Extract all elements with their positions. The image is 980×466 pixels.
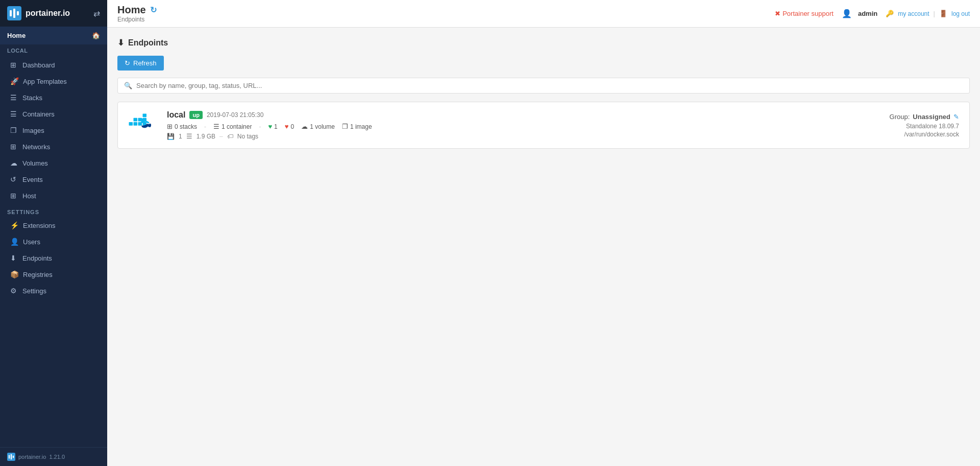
registries-label: Registries — [23, 271, 53, 278]
images-stat-icon: ❐ — [342, 123, 348, 130]
my-account-link[interactable]: my account — [898, 10, 929, 17]
endpoint-date: 2019-07-03 21:05:30 — [207, 111, 263, 119]
stacks-label: Stacks — [22, 94, 42, 102]
search-bar: 🔍 — [117, 78, 970, 94]
endpoint-left: local up 2019-07-03 21:05:30 ⊞ 0 stacks … — [128, 110, 372, 140]
portainer-support-link[interactable]: ✖ Portainer support — [775, 10, 834, 17]
endpoint-stats: ⊞ 0 stacks - ☰ 1 container - ♥ 1 — [167, 123, 372, 130]
endpoints-section-title: Endpoints — [128, 38, 168, 48]
content-section-header: ⬇ Endpoints — [117, 38, 970, 48]
user-section: 👤 admin — [842, 9, 877, 18]
volumes-stat-icon: ☁ — [301, 123, 308, 130]
sidebar-item-dashboard[interactable]: ⊞ Dashboard — [0, 57, 107, 73]
user-links: 🔑 my account | 🚪 log out — [886, 10, 970, 17]
topbar-right: ✖ Portainer support 👤 admin 🔑 my account… — [775, 9, 970, 18]
search-icon: 🔍 — [124, 82, 132, 89]
sidebar-item-registries[interactable]: 📦 Registries — [0, 266, 107, 283]
endpoint-name: local — [167, 110, 185, 120]
docker-logo — [128, 112, 159, 138]
registries-icon: 📦 — [10, 270, 19, 278]
disk-size: 1.9 GB — [197, 133, 215, 140]
endpoint-right: Group: Unassigned ✎ Standalone 18.09.7 /… — [890, 113, 959, 138]
refresh-btn-icon: ↻ — [125, 59, 130, 67]
settings-label: Settings — [22, 287, 46, 295]
support-label: Portainer support — [782, 10, 834, 17]
disk-icon: 💾 — [167, 133, 175, 140]
svg-rect-2 — [13, 9, 15, 18]
app-templates-icon: 🚀 — [10, 77, 19, 85]
images-label: Images — [22, 127, 44, 134]
portainer-brand-name: portainer.io — [26, 9, 70, 18]
settings-section-header: SETTINGS — [0, 204, 107, 217]
home-label: Home — [7, 32, 26, 39]
search-input[interactable] — [136, 82, 963, 89]
containers-count: 1 container — [222, 123, 252, 130]
svg-rect-5 — [9, 455, 10, 459]
group-edit-icon[interactable]: ✎ — [953, 113, 959, 121]
events-icon: ↺ — [10, 175, 18, 183]
home-icon: 🏠 — [92, 32, 100, 39]
host-label: Host — [22, 192, 36, 200]
sidebar-item-containers[interactable]: ☰ Containers — [0, 106, 107, 122]
endpoint-type: Standalone 18.09.7 — [890, 123, 959, 130]
group-label: Group: — [890, 113, 910, 121]
unhealthy-heart-icon: ♥ — [285, 123, 289, 130]
sidebar-footer: portainer.io 1.21.0 — [0, 447, 107, 466]
endpoints-label: Endpoints — [22, 254, 52, 262]
sidebar-item-app-templates[interactable]: 🚀 App Templates — [0, 73, 107, 89]
sidebar-item-host[interactable]: ⊞ Host — [0, 188, 107, 204]
username-label: admin — [858, 10, 877, 17]
sidebar-item-settings[interactable]: ⚙ Settings — [0, 283, 107, 299]
sidebar-switch-icon[interactable]: ⇄ — [93, 9, 100, 18]
endpoint-url: /var/run/docker.sock — [890, 131, 959, 138]
endpoint-tags-row: 💾 1 ☰ 1.9 GB – 🏷 No tags — [167, 132, 372, 140]
unhealthy-count: 0 — [291, 123, 295, 130]
images-count: 1 image — [350, 123, 372, 130]
no-tags-label: No tags — [237, 133, 258, 140]
svg-rect-7 — [13, 456, 14, 458]
refresh-btn-label: Refresh — [133, 59, 157, 67]
svg-rect-8 — [129, 122, 133, 126]
endpoint-status-badge: up — [189, 111, 202, 119]
sidebar-logo: portainer.io — [7, 6, 70, 20]
containers-stat-icon: ☰ — [213, 123, 219, 130]
sidebar-item-volumes[interactable]: ☁ Volumes — [0, 155, 107, 171]
volumes-icon: ☁ — [10, 159, 18, 167]
healthy-heart-icon: ♥ — [268, 123, 272, 130]
log-out-link[interactable]: log out — [951, 10, 970, 17]
images-icon: ❐ — [10, 126, 18, 134]
endpoint-card: local up 2019-07-03 21:05:30 ⊞ 0 stacks … — [117, 102, 970, 149]
local-section-header: LOCAL — [0, 44, 107, 57]
endpoint-name-row: local up 2019-07-03 21:05:30 — [167, 110, 372, 120]
sidebar-item-networks[interactable]: ⊞ Networks — [0, 138, 107, 155]
volumes-label: Volumes — [22, 159, 48, 167]
page-title-text: Home — [117, 4, 146, 16]
breadcrumb: Endpoints — [117, 16, 157, 23]
sidebar-item-users[interactable]: 👤 Users — [0, 234, 107, 250]
sidebar-item-endpoints[interactable]: ⬇ Endpoints — [0, 250, 107, 266]
stacks-stat-icon: ⊞ — [167, 123, 173, 130]
networks-icon: ⊞ — [10, 143, 18, 151]
sidebar: portainer.io ⇄ Home 🏠 LOCAL ⊞ Dashboard … — [0, 0, 107, 466]
refresh-button[interactable]: ↻ Refresh — [117, 56, 164, 71]
content-area: ⬇ Endpoints ↻ Refresh 🔍 — [107, 28, 980, 466]
main-content: Home ↻ Endpoints ✖ Portainer support 👤 a… — [107, 0, 980, 466]
events-label: Events — [22, 176, 43, 183]
logout-icon: 🚪 — [939, 10, 947, 17]
title-refresh-icon[interactable]: ↻ — [150, 5, 157, 15]
sidebar-item-extensions[interactable]: ⚡ Extensions — [0, 217, 107, 234]
footer-version: 1.21.0 — [49, 454, 65, 460]
disk-size-icon: ☰ — [186, 132, 192, 140]
sidebar-item-home[interactable]: Home 🏠 — [0, 27, 107, 44]
users-icon: 👤 — [10, 238, 19, 246]
svg-rect-6 — [11, 454, 12, 459]
page-title: Home ↻ — [117, 4, 157, 16]
networks-label: Networks — [22, 143, 50, 151]
dashboard-label: Dashboard — [22, 61, 55, 69]
portainer-logo-icon — [7, 6, 21, 20]
sidebar-header: portainer.io ⇄ — [0, 0, 107, 27]
sidebar-item-images[interactable]: ❐ Images — [0, 122, 107, 138]
sidebar-item-events[interactable]: ↺ Events — [0, 171, 107, 188]
sidebar-item-stacks[interactable]: ☰ Stacks — [0, 89, 107, 106]
images-stat: ❐ 1 image — [342, 123, 372, 130]
